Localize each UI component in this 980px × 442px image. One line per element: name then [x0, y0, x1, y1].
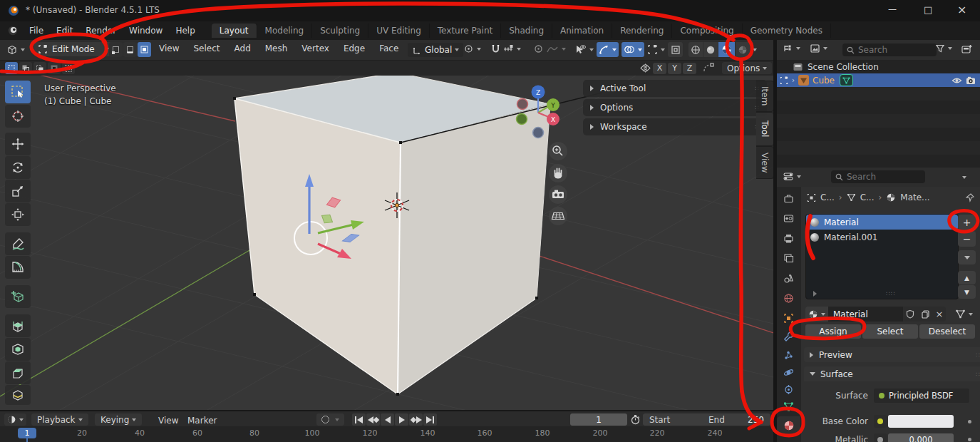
- menu-face[interactable]: Face: [373, 43, 405, 53]
- menu-help[interactable]: Help: [169, 26, 201, 36]
- select-button[interactable]: Select: [862, 324, 918, 339]
- xray-dropdown[interactable]: [647, 44, 665, 55]
- duplicate-material-button[interactable]: [917, 307, 933, 322]
- maximize-button[interactable]: □: [924, 4, 932, 15]
- preview-panel-header[interactable]: Preview ∷: [804, 347, 980, 362]
- metallic-slider[interactable]: 0.000: [888, 433, 954, 442]
- sidebar-tab-tool[interactable]: Tool: [756, 112, 773, 146]
- select-intersect-button[interactable]: [62, 62, 75, 74]
- tab-view-layer-properties[interactable]: [777, 250, 800, 267]
- tab-animation[interactable]: Animation: [552, 24, 612, 38]
- tab-modeling[interactable]: Modeling: [257, 24, 313, 38]
- current-frame-field[interactable]: 1: [570, 413, 627, 426]
- snap-magnet-icon[interactable]: [490, 43, 501, 54]
- shading-solid-button[interactable]: [703, 42, 718, 57]
- mode-dropdown[interactable]: Edit Mode: [34, 42, 113, 56]
- camera-view-button[interactable]: [549, 185, 567, 204]
- orientation-dropdown[interactable]: Global: [408, 43, 463, 57]
- gizmos-dropdown[interactable]: [597, 42, 619, 57]
- close-button[interactable]: ×: [957, 3, 966, 16]
- tool-cursor[interactable]: [5, 105, 31, 128]
- playback-menu[interactable]: Playback: [31, 413, 88, 426]
- tab-sculpting[interactable]: Sculpting: [312, 24, 368, 38]
- menu-vertex[interactable]: Vertex: [295, 43, 336, 53]
- tool-extrude-region[interactable]: [5, 314, 31, 337]
- tool-annotate[interactable]: [5, 232, 31, 255]
- select-subtract-button[interactable]: [33, 62, 46, 74]
- toggle-xray-button[interactable]: [668, 42, 683, 57]
- tab-tool-properties[interactable]: [777, 190, 800, 207]
- tab-particle-properties[interactable]: [777, 346, 800, 364]
- prev-keyframe-button[interactable]: [366, 413, 380, 426]
- outliner-editor-dropdown[interactable]: [783, 43, 800, 53]
- tool-inset-faces[interactable]: [5, 338, 31, 361]
- list-resize-grip-icon[interactable]: ∷∷: [886, 290, 895, 297]
- select-extend-button[interactable]: [19, 62, 32, 74]
- breadcrumb-object[interactable]: C...: [820, 192, 835, 202]
- jump-to-start-button[interactable]: [352, 413, 366, 426]
- move-slot-up-button[interactable]: ▲: [958, 271, 976, 284]
- menu-file[interactable]: File: [23, 26, 50, 36]
- menu-window[interactable]: Window: [123, 26, 169, 36]
- base-color-input-dot[interactable]: [874, 415, 887, 428]
- menu-mesh[interactable]: Mesh: [259, 43, 294, 53]
- tab-uv-editing[interactable]: UV Editing: [368, 24, 430, 38]
- tab-constraint-properties[interactable]: [777, 381, 800, 399]
- surface-shader-button[interactable]: Principled BSDF: [874, 389, 969, 403]
- timeline-ruler[interactable]: 1 20 40 60 80 100 120 140 160 180 200 22…: [0, 426, 773, 442]
- next-keyframe-button[interactable]: [409, 413, 423, 426]
- disable-render-camera-icon[interactable]: [966, 76, 976, 85]
- tool-bevel[interactable]: [5, 361, 31, 384]
- outliner-filter-dropdown[interactable]: [935, 43, 952, 53]
- tab-modifier-properties[interactable]: [777, 328, 800, 346]
- tab-scene-properties[interactable]: [777, 269, 800, 287]
- outliner-row-cube[interactable]: › Cube: [777, 73, 980, 87]
- keyframe-dot[interactable]: [968, 438, 971, 441]
- current-frame-badge[interactable]: 1: [18, 428, 36, 438]
- new-collection-button[interactable]: [961, 43, 973, 55]
- tool-loop-cut[interactable]: [5, 385, 31, 405]
- base-color-swatch[interactable]: [888, 415, 954, 428]
- tab-geometry-nodes[interactable]: Geometry Nodes: [743, 24, 831, 38]
- blender-menu-logo-icon[interactable]: [7, 25, 19, 36]
- menu-edit[interactable]: Edit: [50, 26, 79, 36]
- panel-active-tool[interactable]: Active Tool ∷: [583, 80, 767, 97]
- fake-user-button[interactable]: [903, 307, 917, 322]
- menu-select[interactable]: Select: [187, 43, 226, 53]
- editor-separator[interactable]: [773, 40, 777, 442]
- overlays-dropdown[interactable]: [621, 42, 644, 57]
- falloff-dropdown[interactable]: [546, 44, 566, 54]
- list-filter-expand-icon[interactable]: [813, 291, 817, 297]
- timeline-view-menu[interactable]: View: [158, 416, 178, 426]
- tab-physics-properties[interactable]: [777, 364, 800, 381]
- face-select-button[interactable]: [138, 42, 151, 57]
- material-slot[interactable]: Material.001: [806, 230, 958, 245]
- tool-select-box[interactable]: [5, 81, 31, 103]
- remove-material-slot-button[interactable]: −: [958, 231, 976, 247]
- perspective-toggle-button[interactable]: [549, 207, 567, 225]
- metallic-input-dot[interactable]: [874, 433, 887, 442]
- material-slot-selected[interactable]: Material: [806, 215, 958, 230]
- assign-button[interactable]: Assign: [805, 324, 861, 339]
- tool-add-cube[interactable]: [5, 285, 31, 308]
- play-button[interactable]: [395, 413, 408, 426]
- surface-panel-header[interactable]: Surface ∷: [804, 366, 980, 381]
- outliner-search-field[interactable]: Search: [842, 43, 937, 56]
- outliner-display-dropdown[interactable]: [810, 43, 827, 53]
- keyframe-dot[interactable]: [968, 420, 971, 423]
- material-browse-dropdown[interactable]: [805, 307, 828, 322]
- tab-data-properties[interactable]: [777, 398, 800, 416]
- mirror-y-button[interactable]: Y: [668, 63, 681, 74]
- header-options-chevron-icon[interactable]: [962, 176, 966, 179]
- shading-wireframe-button[interactable]: [688, 42, 703, 57]
- tool-measure[interactable]: [5, 256, 31, 279]
- keying-menu[interactable]: Keying: [95, 413, 142, 426]
- slot-link-dropdown[interactable]: [953, 307, 975, 322]
- tab-layout[interactable]: Layout: [212, 24, 257, 38]
- add-material-slot-button[interactable]: +: [958, 215, 976, 230]
- tab-rendering[interactable]: Rendering: [612, 24, 672, 38]
- properties-search-field[interactable]: Search: [831, 170, 925, 183]
- tab-compositing[interactable]: Compositing: [672, 24, 742, 38]
- material-name-field[interactable]: Material: [828, 307, 903, 322]
- tab-object-properties[interactable]: [777, 309, 800, 327]
